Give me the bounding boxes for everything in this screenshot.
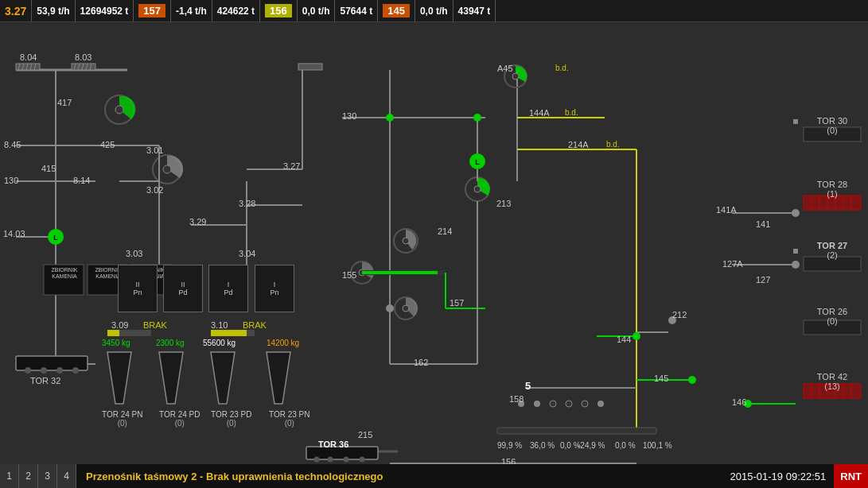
svg-point-48 xyxy=(403,238,409,244)
label-tor32: TOR 32 xyxy=(30,376,60,385)
label-5: 5 xyxy=(525,380,531,392)
label-3_27: 3.27 xyxy=(283,161,300,171)
status-highlight: Przenośnik taśmowy 2 - Brak uprawnienia … xyxy=(86,471,383,482)
label-156: 156 xyxy=(501,457,516,464)
svg-point-84 xyxy=(688,376,696,384)
label-tor23pd: TOR 23 PD(0) xyxy=(211,410,252,428)
status-text: Przenośnik taśmowy 2 - Brak uprawnienia … xyxy=(76,471,730,482)
label-145: 145 xyxy=(654,374,668,383)
label-pct-6: 100,1 % xyxy=(643,441,672,450)
label-kg-3450: 3450 kg xyxy=(102,339,130,347)
svg-point-76 xyxy=(550,401,556,407)
label-127a: 127A xyxy=(722,259,743,269)
box-ii-pn: IIPn xyxy=(118,265,158,312)
svg-point-98 xyxy=(344,457,349,463)
badge-145: 145 xyxy=(383,4,410,17)
tor-42-text: TOR 42 xyxy=(796,372,868,381)
tor-26-count: (0) xyxy=(796,316,868,326)
value-8: 0,0 t/h xyxy=(302,6,330,17)
label-tor36: TOR 36 xyxy=(318,440,348,449)
label-215: 215 xyxy=(358,430,372,440)
label-127: 127 xyxy=(756,275,770,285)
svg-point-13 xyxy=(115,106,123,114)
tab-4[interactable]: 4 xyxy=(57,464,76,488)
label-146: 146 xyxy=(732,397,746,407)
svg-point-96 xyxy=(314,457,320,463)
label-3_29: 3.29 xyxy=(189,217,206,227)
cell-value-1: 3.27 xyxy=(0,0,32,21)
svg-point-82 xyxy=(386,304,394,312)
bottom-bar: 1 2 3 4 Przenośnik taśmowy 2 - Brak upra… xyxy=(0,464,868,488)
tab-1[interactable]: 1 xyxy=(0,464,19,488)
svg-rect-30 xyxy=(107,330,119,336)
svg-point-99 xyxy=(360,457,365,463)
cell-badge-157: 157 xyxy=(134,0,171,21)
label-bd-3: b.d. xyxy=(606,140,620,149)
label-130: 130 xyxy=(4,176,18,185)
label-144: 144 xyxy=(617,335,631,344)
tab-2[interactable]: 2 xyxy=(19,464,38,488)
value-6: 424622 t xyxy=(217,6,255,17)
tab-3[interactable]: 3 xyxy=(38,464,57,488)
label-pct-2: 36,0 % xyxy=(530,441,555,450)
svg-point-77 xyxy=(566,401,572,407)
cell-badge-145: 145 xyxy=(378,0,415,21)
label-a45: A45 xyxy=(497,64,513,73)
label-8_14: 8.14 xyxy=(73,176,90,185)
cell-value-3: 12694952 t xyxy=(76,0,134,21)
tor-30-text: TOR 30 xyxy=(796,116,868,126)
label-tor23pn: TOR 23 PN(0) xyxy=(269,410,310,428)
label-3_10: 3.10 xyxy=(211,320,228,330)
svg-point-78 xyxy=(582,401,588,407)
label-kg-2300: 2300 kg xyxy=(156,339,185,347)
svg-point-115 xyxy=(792,261,800,269)
label-141: 141 xyxy=(756,219,770,229)
main-diagram: L L 8.04 8.03 xyxy=(0,22,868,464)
label-425: 425 xyxy=(100,140,115,149)
svg-text:L: L xyxy=(475,158,480,166)
label-3_04: 3.04 xyxy=(239,249,255,258)
value-3: 12694952 t xyxy=(80,6,129,17)
label-kg-55600: 55600 kg xyxy=(203,339,235,347)
label-162: 162 xyxy=(414,358,428,367)
label-3_28: 3.28 xyxy=(239,199,255,208)
label-141a: 141A xyxy=(716,205,737,215)
label-157: 157 xyxy=(450,298,464,308)
value-9: 57644 t xyxy=(340,6,372,17)
tor-28-text: TOR 28 xyxy=(796,180,868,189)
svg-marker-25 xyxy=(107,352,131,404)
svg-rect-32 xyxy=(211,330,247,336)
box-ii-pd: IIPd xyxy=(163,265,203,312)
label-415: 415 xyxy=(41,164,56,173)
label-kg-14200: 14200 kg xyxy=(267,339,299,347)
svg-point-83 xyxy=(633,332,640,340)
box-i-pn: IPn xyxy=(255,265,294,312)
tor-28-count: (1) xyxy=(796,189,868,199)
top-bar: 3.27 53,9 t/h 12694952 t 157 -1,4 t/h 42… xyxy=(0,0,868,22)
svg-point-81 xyxy=(473,114,481,122)
label-213: 213 xyxy=(496,199,511,208)
label-8_45: 8.45 xyxy=(4,140,21,149)
label-8_03: 8.03 xyxy=(75,52,91,62)
time-display: 2015-01-19 09:22:51 xyxy=(730,471,835,482)
cell-value-12: 43947 t xyxy=(453,0,496,21)
tor-27-count: (2) xyxy=(796,250,868,260)
label-130b: 130 xyxy=(342,111,356,121)
label-3_01: 3.01 xyxy=(146,145,163,155)
label-tor24pn: TOR 24 PN(0) xyxy=(102,410,143,428)
label-14_03: 14.03 xyxy=(3,229,25,238)
tor-28-label: TOR 28 (1) xyxy=(796,180,868,199)
indicator-tor30 xyxy=(793,119,798,124)
cell-value-2: 53,9 t/h xyxy=(32,0,75,21)
label-bd-1: b.d. xyxy=(555,64,569,72)
box-i-pd: IPd xyxy=(208,265,248,312)
tor-26-text: TOR 26 xyxy=(796,307,868,316)
label-brak-2: BRAK xyxy=(243,320,267,330)
label-212: 212 xyxy=(672,310,687,320)
label-8_04: 8.04 xyxy=(20,52,37,62)
label-pct-4: -24,9 % xyxy=(578,441,605,450)
tor-42-label: TOR 42 (13) xyxy=(796,372,868,391)
label-158: 158 xyxy=(509,394,524,404)
svg-rect-72 xyxy=(497,428,656,434)
label-3_02: 3.02 xyxy=(146,185,163,195)
